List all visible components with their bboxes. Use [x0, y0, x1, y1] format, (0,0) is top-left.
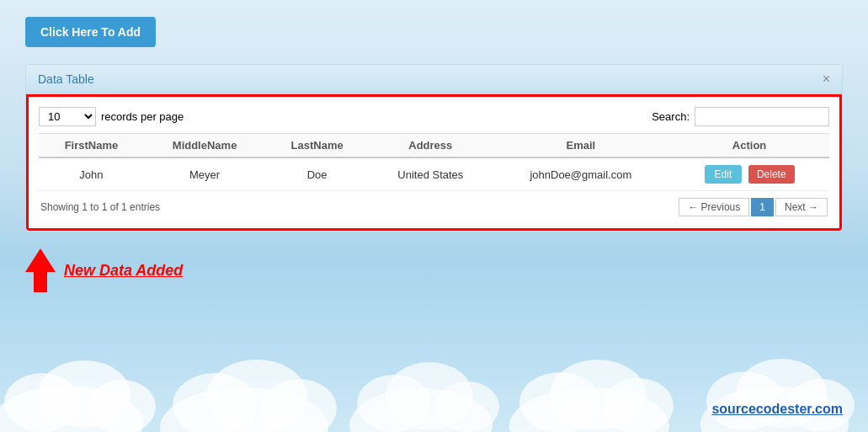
new-data-label: New Data Added — [64, 262, 183, 280]
svg-point-14 — [550, 360, 646, 430]
svg-point-11 — [435, 381, 499, 432]
svg-point-8 — [349, 388, 493, 432]
cell-firstname: John — [39, 157, 144, 191]
col-action: Action — [669, 134, 829, 158]
edit-button[interactable]: Edit — [705, 165, 743, 184]
svg-point-1 — [4, 373, 80, 432]
cell-action: Edit Delete — [669, 157, 829, 191]
col-middlename: MiddleName — [144, 134, 265, 158]
svg-point-12 — [509, 387, 669, 432]
svg-point-10 — [386, 362, 473, 429]
data-table: FirstName MiddleName LastName Address Em… — [39, 133, 829, 191]
svg-point-15 — [603, 378, 674, 432]
source-link[interactable]: sourcecodester.com — [711, 402, 843, 417]
cell-email: johnDoe@gmail.com — [493, 157, 670, 191]
svg-point-2 — [38, 360, 130, 428]
panel-header: Data Table × — [26, 65, 842, 94]
table-footer: Showing 1 to 1 of 1 entries ← Previous 1… — [39, 191, 829, 218]
table-row: John Meyer Doe United States johnDoe@gma… — [39, 157, 829, 191]
col-address: Address — [369, 134, 493, 158]
cell-lastname: Doe — [265, 157, 369, 191]
svg-point-5 — [173, 373, 257, 432]
search-control: Search: — [652, 107, 829, 126]
svg-point-6 — [206, 360, 307, 432]
add-record-button[interactable]: Click Here To Add — [25, 17, 156, 47]
search-input[interactable] — [695, 107, 829, 126]
arrow-up-icon — [25, 248, 56, 292]
table-controls: 10 25 50 100 records per page Search: — [39, 107, 829, 126]
svg-point-3 — [88, 380, 156, 432]
delete-button[interactable]: Delete — [748, 165, 795, 184]
svg-point-18 — [736, 359, 827, 428]
search-label: Search: — [652, 110, 690, 123]
svg-point-0 — [0, 386, 143, 432]
col-email: Email — [493, 134, 670, 158]
table-header-row: FirstName MiddleName LastName Address Em… — [39, 134, 829, 158]
next-page-button[interactable]: Next → — [775, 198, 828, 216]
panel-close-button[interactable]: × — [823, 72, 830, 87]
svg-point-7 — [261, 379, 337, 432]
panel-title: Data Table — [38, 72, 94, 86]
cell-address: United States — [369, 157, 493, 191]
showing-entries-text: Showing 1 to 1 of 1 entries — [40, 201, 160, 213]
records-per-page-select[interactable]: 10 25 50 100 — [39, 107, 96, 126]
col-lastname: LastName — [265, 134, 369, 158]
records-control: 10 25 50 100 records per page — [39, 107, 184, 126]
panel-body: 10 25 50 100 records per page Search: Fi… — [26, 94, 842, 231]
svg-point-13 — [519, 372, 600, 432]
cell-middlename: Meyer — [144, 157, 265, 191]
new-data-notice: New Data Added — [25, 248, 843, 292]
svg-point-4 — [160, 387, 328, 432]
previous-page-button[interactable]: ← Previous — [679, 198, 749, 216]
col-firstname: FirstName — [39, 134, 144, 158]
current-page-number: 1 — [751, 198, 774, 216]
pagination: ← Previous 1 Next → — [679, 198, 828, 216]
svg-point-17 — [706, 371, 784, 430]
svg-point-9 — [357, 375, 431, 432]
data-table-panel: Data Table × 10 25 50 100 records per pa… — [25, 64, 843, 232]
records-per-page-label: records per page — [101, 110, 184, 123]
